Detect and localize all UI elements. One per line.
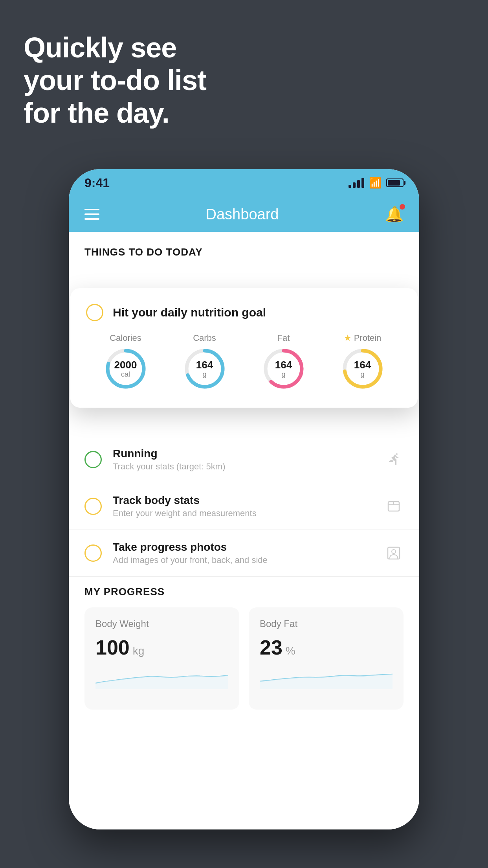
notification-dot: [400, 204, 405, 210]
running-info: Running Track your stats (target: 5km): [113, 447, 373, 472]
body-weight-value-row: 100 kg: [95, 636, 228, 659]
running-title: Running: [113, 447, 373, 460]
progress-title: MY PROGRESS: [84, 586, 404, 598]
scale-icon: [384, 497, 404, 516]
fat-label: Fat: [277, 333, 290, 343]
status-icons: 📶: [349, 177, 404, 189]
task-item-photos[interactable]: Take progress photos Add images of your …: [69, 530, 419, 577]
body-weight-card-title: Body Weight: [95, 618, 228, 629]
photos-title: Take progress photos: [113, 541, 373, 554]
body-weight-card: Body Weight 100 kg: [84, 607, 239, 710]
calories-item: Calories 2000 cal: [104, 333, 147, 390]
star-icon: ★: [344, 333, 352, 343]
body-fat-unit: %: [286, 645, 295, 657]
task-item-body-stats[interactable]: Track body stats Enter your weight and m…: [69, 483, 419, 530]
wifi-icon: 📶: [369, 177, 382, 189]
hero-line-1: Quickly see: [24, 31, 206, 64]
svg-point-12: [392, 550, 396, 554]
running-subtitle: Track your stats (target: 5km): [113, 462, 373, 472]
nutrition-task-row: Hit your daily nutrition goal: [86, 304, 402, 321]
photo-person-icon: [384, 543, 404, 563]
phone-mockup: 9:41 📶 Dashboard 🔔 THINGS TO DO TOD: [69, 169, 419, 829]
hero-text: Quickly see your to-do list for the day.: [24, 31, 206, 129]
body-fat-number: 23: [260, 636, 283, 659]
task-list: Running Track your stats (target: 5km) T…: [69, 436, 419, 577]
things-to-do-header: THINGS TO DO TODAY: [69, 232, 419, 265]
calories-value: 2000: [114, 359, 137, 371]
hero-line-3: for the day.: [24, 97, 206, 129]
protein-circle: 164 g: [341, 347, 384, 390]
body-fat-chart: [260, 666, 393, 689]
protein-item: ★ Protein 164 g: [341, 333, 384, 390]
hero-line-2: your to-do list: [24, 64, 206, 97]
nutrition-card: Hit your daily nutrition goal Calories: [70, 288, 418, 408]
menu-button[interactable]: [84, 209, 99, 220]
carbs-label: Carbs: [193, 333, 216, 343]
photos-subtitle: Add images of your front, back, and side: [113, 555, 373, 565]
carbs-item: Carbs 164 g: [183, 333, 226, 390]
carbs-circle: 164 g: [183, 347, 226, 390]
nav-title: Dashboard: [206, 206, 279, 223]
running-checkbox[interactable]: [84, 451, 102, 468]
calories-circle: 2000 cal: [104, 347, 147, 390]
calories-unit: cal: [114, 370, 137, 378]
task-item-running[interactable]: Running Track your stats (target: 5km): [69, 436, 419, 483]
battery-icon: [386, 178, 404, 187]
protein-label: ★ Protein: [344, 333, 382, 343]
fat-circle: 164 g: [262, 347, 305, 390]
body-weight-unit: kg: [133, 645, 145, 657]
status-time: 9:41: [84, 176, 110, 190]
body-weight-number: 100: [95, 636, 130, 659]
carbs-unit: g: [196, 370, 213, 378]
body-fat-card: Body Fat 23 %: [249, 607, 404, 710]
nutrition-task-title: Hit your daily nutrition goal: [113, 306, 266, 319]
photos-checkbox[interactable]: [84, 544, 102, 562]
nutrition-checkbox[interactable]: [86, 304, 103, 321]
fat-item: Fat 164 g: [262, 333, 305, 390]
carbs-value: 164: [196, 359, 213, 371]
fat-value: 164: [275, 359, 292, 371]
nav-bar: Dashboard 🔔: [69, 197, 419, 232]
nutrition-grid: Calories 2000 cal: [86, 333, 402, 390]
calories-label: Calories: [110, 333, 141, 343]
protein-value: 164: [354, 359, 371, 371]
body-stats-info: Track body stats Enter your weight and m…: [113, 494, 373, 519]
progress-cards: Body Weight 100 kg Body Fat: [84, 607, 404, 710]
protein-unit: g: [354, 370, 371, 378]
photos-info: Take progress photos Add images of your …: [113, 541, 373, 565]
signal-icon: [349, 178, 364, 188]
body-stats-title: Track body stats: [113, 494, 373, 507]
status-bar: 9:41 📶: [69, 169, 419, 197]
fat-unit: g: [275, 370, 292, 378]
body-stats-subtitle: Enter your weight and measurements: [113, 508, 373, 519]
notification-bell[interactable]: 🔔: [385, 206, 404, 223]
body-fat-value-row: 23 %: [260, 636, 393, 659]
progress-section: MY PROGRESS Body Weight 100 kg: [69, 586, 419, 710]
body-fat-card-title: Body Fat: [260, 618, 393, 629]
phone-content: THINGS TO DO TODAY Hit your daily nutrit…: [69, 232, 419, 829]
running-icon: [384, 450, 404, 469]
body-weight-chart: [95, 666, 228, 689]
body-stats-checkbox[interactable]: [84, 498, 102, 515]
